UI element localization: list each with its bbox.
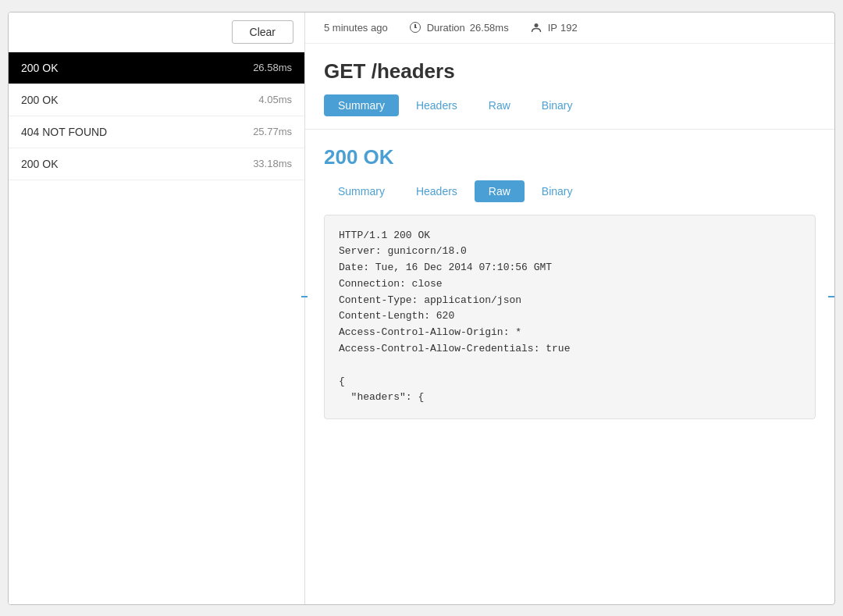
request-status: 200 OK — [21, 62, 58, 74]
request-status: 404 NOT FOUND — [21, 126, 107, 138]
request-duration: 33.18ms — [253, 158, 292, 169]
request-item[interactable]: 200 OK33.18ms — [9, 148, 304, 180]
svg-point-0 — [534, 23, 538, 27]
response-tab-raw[interactable]: Raw — [475, 180, 525, 202]
left-top-bar: Clear — [9, 12, 304, 52]
request-duration: 4.05ms — [258, 94, 292, 105]
response-tab-headers[interactable]: Headers — [402, 180, 471, 202]
main-window: Clear 200 OK26.58ms200 OK4.05ms404 NOT F… — [8, 12, 835, 605]
request-list: 200 OK26.58ms200 OK4.05ms404 NOT FOUND25… — [9, 52, 304, 604]
right-header: 5 minutes ago Duration 26.58ms IP 192 — [305, 12, 834, 44]
response-tabs: SummaryHeadersRawBinary — [324, 180, 816, 202]
scroll-indicator-left — [301, 296, 308, 297]
left-panel: Clear 200 OK26.58ms200 OK4.05ms404 NOT F… — [9, 12, 305, 604]
request-item[interactable]: 200 OK4.05ms — [9, 84, 304, 116]
request-tab-binary[interactable]: Binary — [528, 94, 587, 116]
request-tabs: SummaryHeadersRawBinary — [324, 94, 816, 116]
response-tab-binary[interactable]: Binary — [528, 180, 587, 202]
duration-value: 26.58ms — [470, 22, 509, 34]
right-panel: 5 minutes ago Duration 26.58ms IP 192 GE… — [305, 12, 834, 604]
person-icon — [531, 22, 542, 33]
request-status: 200 OK — [21, 94, 58, 106]
ip-info: IP 192 — [531, 22, 578, 34]
request-duration: 25.77ms — [253, 126, 292, 137]
clear-button[interactable]: Clear — [232, 20, 293, 44]
scroll-indicator-right — [828, 296, 834, 297]
response-tab-summary[interactable]: Summary — [324, 180, 399, 202]
request-tab-summary[interactable]: Summary — [324, 94, 399, 116]
response-section: 200 OK SummaryHeadersRawBinary HTTP/1.1 … — [305, 130, 834, 433]
request-item[interactable]: 404 NOT FOUND25.77ms — [9, 116, 304, 148]
duration-info: Duration 26.58ms — [410, 22, 509, 34]
request-title: GET /headers — [324, 59, 816, 84]
request-section: GET /headers SummaryHeadersRawBinary — [305, 44, 834, 130]
request-tab-raw[interactable]: Raw — [475, 94, 525, 116]
ip-value: 192 — [560, 22, 578, 34]
ip-label: IP — [548, 22, 557, 34]
raw-content: HTTP/1.1 200 OK Server: gunicorn/18.0 Da… — [324, 215, 816, 420]
response-title: 200 OK — [324, 145, 816, 169]
clock-icon — [410, 22, 421, 33]
request-item[interactable]: 200 OK26.58ms — [9, 52, 304, 84]
request-status: 200 OK — [21, 158, 58, 170]
time-ago: 5 minutes ago — [324, 22, 388, 34]
request-tab-headers[interactable]: Headers — [402, 94, 471, 116]
request-duration: 26.58ms — [253, 62, 292, 73]
duration-label: Duration — [427, 22, 465, 34]
